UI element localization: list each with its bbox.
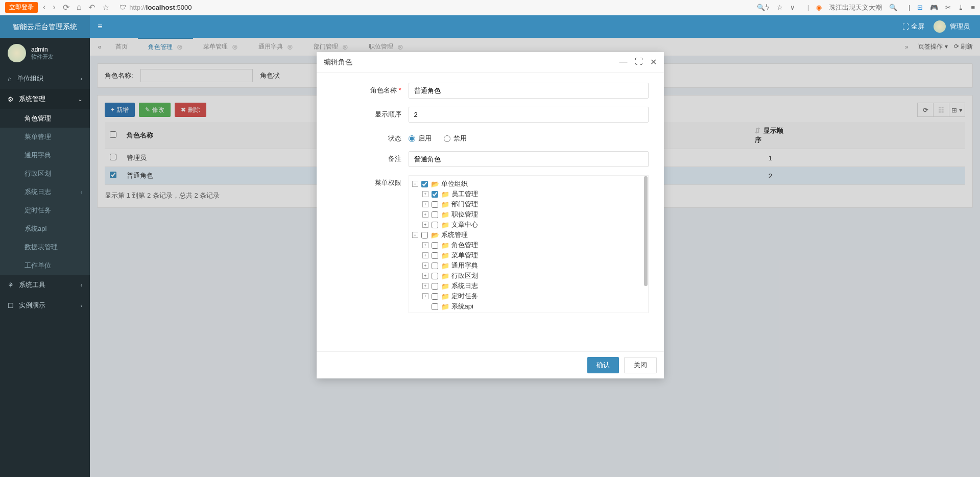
sidebar-item-region[interactable]: 行政区划 [0, 164, 90, 183]
collapse-icon[interactable]: − [412, 181, 418, 187]
fullscreen-icon: ⛶ [902, 23, 909, 31]
close-button[interactable]: 关闭 [624, 357, 657, 373]
tree-checkbox[interactable] [432, 191, 438, 198]
sidebar-item-tools[interactable]: ⚘ 系统工具 ‹ [0, 275, 90, 295]
undo-icon[interactable]: ↶ [88, 3, 95, 12]
sidebar-item-role[interactable]: 角色管理 [0, 109, 90, 128]
expand-icon[interactable]: + [422, 273, 428, 279]
sidebar-item-api[interactable]: 系统api [0, 220, 90, 238]
tree-item-org[interactable]: − 📂 单位组织 [412, 179, 645, 189]
expand-icon[interactable]: + [422, 283, 428, 289]
sidebar-item-table[interactable]: 数据表管理 [0, 238, 90, 256]
tree-checkbox[interactable] [432, 201, 438, 208]
sidebar-item-dict[interactable]: 通用字典 [0, 146, 90, 164]
expand-icon[interactable]: + [422, 252, 428, 258]
news-text[interactable]: 珠江出现天文大潮 [829, 3, 882, 12]
input-role-name[interactable] [409, 83, 649, 99]
tree-item-log[interactable]: +📁系统日志 [422, 281, 645, 291]
link-icon: ⚘ [8, 281, 14, 289]
fav-icon[interactable]: ☆ [777, 4, 783, 11]
fullscreen-button[interactable]: ⛶ 全屏 [902, 22, 924, 31]
reload-icon[interactable]: ⟳ [63, 3, 69, 12]
minimize-icon[interactable]: — [619, 57, 628, 67]
expand-icon[interactable]: + [422, 191, 428, 197]
back-icon[interactable]: ‹ [43, 3, 45, 12]
folder-icon: 📁 [441, 293, 449, 300]
tree-checkbox[interactable] [432, 293, 438, 300]
tree-item-table[interactable]: +📁数据表管理 [422, 312, 645, 313]
expand-icon[interactable]: + [422, 293, 428, 299]
radio-enable[interactable]: 启用 [409, 134, 432, 143]
tree-item-dict[interactable]: +📁通用字典 [422, 260, 645, 271]
star-icon[interactable]: ☆ [102, 3, 109, 12]
tree-checkbox[interactable] [432, 273, 438, 279]
maximize-icon[interactable]: ⛶ [635, 57, 643, 67]
square-icon: ☐ [8, 302, 14, 309]
tree-item-dept[interactable]: +📁部门管理 [422, 199, 645, 209]
home-icon[interactable]: ⌂ [77, 3, 82, 12]
sidebar-item-demo[interactable]: ☐ 实例演示 ‹ [0, 295, 90, 316]
globe-icon[interactable]: ◉ [816, 4, 822, 11]
tree-checkbox[interactable] [421, 232, 428, 238]
chevron-left-icon: ‹ [81, 282, 82, 288]
forward-icon[interactable]: › [53, 3, 55, 12]
tree-item-api[interactable]: 📁系统api [422, 301, 645, 312]
login-badge[interactable]: 立即登录 [5, 2, 38, 13]
sidebar-item-task[interactable]: 定时任务 [0, 201, 90, 220]
tree-item-sys[interactable]: − 📂 系统管理 [412, 230, 645, 240]
tree-checkbox[interactable] [432, 303, 438, 310]
chevron-left-icon: ‹ [81, 76, 82, 82]
tree-checkbox[interactable] [432, 211, 438, 218]
download-icon[interactable]: ⤓ [958, 4, 964, 11]
sidebar-item-menu[interactable]: 菜单管理 [0, 128, 90, 146]
tree-item-emp[interactable]: +📁员工管理 [422, 189, 645, 199]
tree-checkbox[interactable] [432, 252, 438, 259]
user-name: admin [31, 46, 54, 53]
folder-icon: 📁 [441, 190, 449, 198]
tree-item-article[interactable]: +📁文章中心 [422, 220, 645, 230]
dialog-footer: 确认 关闭 [317, 351, 664, 378]
sidebar-item-log[interactable]: 系统日志 ‹ [0, 183, 90, 201]
scissors-icon[interactable]: ✂ [945, 4, 951, 11]
dropdown-icon[interactable]: ∨ [790, 4, 795, 11]
radio-disable[interactable]: 禁用 [444, 134, 467, 143]
scrollbar[interactable] [644, 176, 648, 286]
sidebar-toggle[interactable]: ≡ [90, 22, 110, 31]
confirm-button[interactable]: 确认 [587, 357, 619, 373]
app-logo[interactable]: 智能云后台管理系统 [0, 15, 90, 38]
tree-item-pos[interactable]: +📁职位管理 [422, 209, 645, 220]
sidebar-item-system[interactable]: ⚙ 系统管理 ⌄ [0, 89, 90, 109]
chevron-left-icon: ‹ [81, 189, 82, 195]
sidebar-item-org[interactable]: ⌂ 单位组织 ‹ [0, 68, 90, 89]
input-remark[interactable] [409, 151, 649, 167]
menu-icon[interactable]: ≡ [971, 4, 975, 11]
folder-icon: 📁 [441, 252, 449, 259]
tree-item-task[interactable]: +📁定时任务 [422, 291, 645, 301]
expand-icon[interactable]: + [422, 201, 428, 207]
expand-icon[interactable]: + [422, 263, 428, 269]
tree-item-region[interactable]: +📁行政区划 [422, 271, 645, 281]
collapse-icon[interactable]: − [412, 232, 418, 238]
ms-icon[interactable]: ⊞ [917, 4, 923, 11]
sidebar-item-unit[interactable]: 工作单位 [0, 256, 90, 275]
tree-checkbox[interactable] [421, 181, 428, 187]
expand-icon[interactable]: + [422, 222, 428, 228]
label-remark: 备注 [322, 151, 409, 163]
tree-item-menu[interactable]: +📁菜单管理 [422, 250, 645, 260]
input-order[interactable] [409, 107, 649, 123]
search-icon-2[interactable]: 🔍 [889, 4, 897, 11]
url-text: http://localhost:5000 [129, 4, 192, 11]
user-menu[interactable]: 管理员 [934, 20, 970, 33]
game-icon[interactable]: 🎮 [930, 4, 938, 11]
tree-checkbox[interactable] [432, 222, 438, 228]
expand-icon[interactable]: + [422, 242, 428, 248]
tree-item-role[interactable]: +📁角色管理 [422, 240, 645, 250]
tree-checkbox[interactable] [432, 242, 438, 249]
url-bar[interactable]: 🛡 http://localhost:5000 [119, 4, 751, 11]
tree-checkbox[interactable] [432, 283, 438, 290]
close-icon[interactable]: ✕ [650, 57, 657, 67]
expand-icon[interactable]: + [422, 211, 428, 218]
dialog-title: 编辑角色 [324, 58, 352, 67]
search-flash-icon[interactable]: 🔍ϟ [757, 4, 770, 11]
tree-checkbox[interactable] [432, 263, 438, 269]
